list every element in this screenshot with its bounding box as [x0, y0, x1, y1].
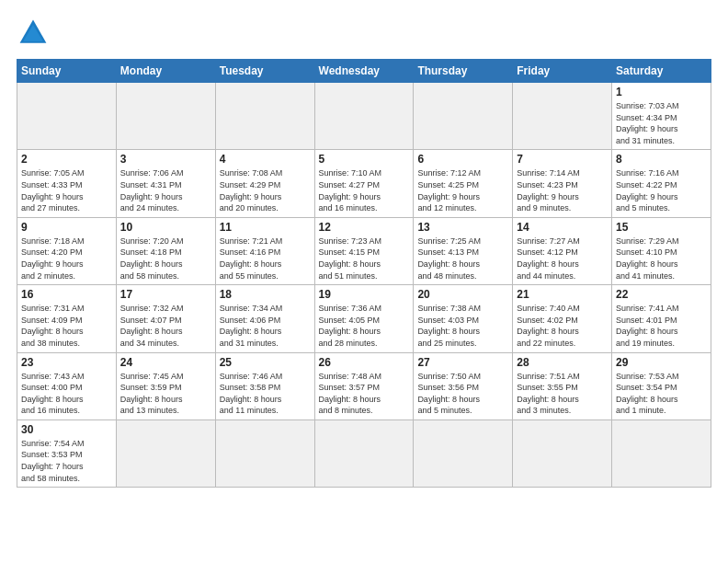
day-info: Sunrise: 7:51 AM Sunset: 3:55 PM Dayligh… [517, 371, 608, 417]
day-info: Sunrise: 7:31 AM Sunset: 4:09 PM Dayligh… [21, 303, 112, 349]
day-info: Sunrise: 7:36 AM Sunset: 4:05 PM Dayligh… [319, 303, 410, 349]
calendar-cell: 30Sunrise: 7:54 AM Sunset: 3:53 PM Dayli… [17, 419, 117, 487]
logo [17, 17, 53, 50]
day-number: 6 [417, 153, 508, 166]
logo-icon [17, 17, 50, 50]
day-number: 5 [319, 153, 410, 166]
day-number: 4 [220, 153, 311, 166]
day-info: Sunrise: 7:38 AM Sunset: 4:03 PM Dayligh… [417, 303, 508, 349]
calendar-cell: 27Sunrise: 7:50 AM Sunset: 3:56 PM Dayli… [414, 352, 513, 419]
calendar-cell: 8Sunrise: 7:16 AM Sunset: 4:22 PM Daylig… [612, 150, 711, 217]
day-info: Sunrise: 7:54 AM Sunset: 3:53 PM Dayligh… [21, 438, 112, 484]
day-info: Sunrise: 7:46 AM Sunset: 3:58 PM Dayligh… [220, 371, 311, 417]
day-number: 8 [616, 153, 707, 166]
calendar-cell: 6Sunrise: 7:12 AM Sunset: 4:25 PM Daylig… [414, 150, 513, 217]
header [17, 17, 711, 50]
calendar-cell: 13Sunrise: 7:25 AM Sunset: 4:13 PM Dayli… [414, 217, 513, 284]
day-number: 25 [220, 356, 311, 369]
calendar-cell: 3Sunrise: 7:06 AM Sunset: 4:31 PM Daylig… [116, 150, 215, 217]
day-number: 16 [21, 288, 112, 301]
day-info: Sunrise: 7:29 AM Sunset: 4:10 PM Dayligh… [616, 236, 707, 282]
day-info: Sunrise: 7:16 AM Sunset: 4:22 PM Dayligh… [616, 167, 707, 213]
calendar-header-row: SundayMondayTuesdayWednesdayThursdayFrid… [17, 60, 711, 83]
day-info: Sunrise: 7:18 AM Sunset: 4:20 PM Dayligh… [21, 236, 112, 282]
calendar-cell [612, 419, 711, 487]
day-info: Sunrise: 7:14 AM Sunset: 4:23 PM Dayligh… [517, 167, 608, 213]
day-info: Sunrise: 7:08 AM Sunset: 4:29 PM Dayligh… [220, 167, 311, 213]
day-info: Sunrise: 7:03 AM Sunset: 4:34 PM Dayligh… [616, 100, 707, 146]
calendar-cell [314, 419, 414, 487]
day-info: Sunrise: 7:23 AM Sunset: 4:15 PM Dayligh… [319, 236, 410, 282]
calendar-cell: 14Sunrise: 7:27 AM Sunset: 4:12 PM Dayli… [513, 217, 612, 284]
day-info: Sunrise: 7:41 AM Sunset: 4:01 PM Dayligh… [616, 303, 707, 349]
day-number: 3 [120, 153, 211, 166]
day-number: 20 [417, 288, 508, 301]
calendar-cell: 7Sunrise: 7:14 AM Sunset: 4:23 PM Daylig… [513, 150, 612, 217]
calendar-cell: 1Sunrise: 7:03 AM Sunset: 4:34 PM Daylig… [612, 83, 711, 150]
calendar-cell: 9Sunrise: 7:18 AM Sunset: 4:20 PM Daylig… [17, 217, 117, 284]
page: SundayMondayTuesdayWednesdayThursdayFrid… [0, 0, 728, 563]
day-number: 14 [517, 221, 608, 234]
day-info: Sunrise: 7:32 AM Sunset: 4:07 PM Dayligh… [120, 303, 211, 349]
day-info: Sunrise: 7:53 AM Sunset: 3:54 PM Dayligh… [616, 371, 707, 417]
day-number: 23 [21, 356, 112, 369]
calendar-cell: 5Sunrise: 7:10 AM Sunset: 4:27 PM Daylig… [314, 150, 414, 217]
day-number: 24 [120, 356, 211, 369]
column-header-friday: Friday [513, 60, 612, 83]
calendar-cell: 24Sunrise: 7:45 AM Sunset: 3:59 PM Dayli… [116, 352, 215, 419]
day-number: 10 [120, 221, 211, 234]
day-info: Sunrise: 7:06 AM Sunset: 4:31 PM Dayligh… [120, 167, 211, 213]
calendar-cell: 28Sunrise: 7:51 AM Sunset: 3:55 PM Dayli… [513, 352, 612, 419]
calendar-cell: 12Sunrise: 7:23 AM Sunset: 4:15 PM Dayli… [314, 217, 414, 284]
calendar-cell [215, 83, 314, 150]
calendar-cell: 19Sunrise: 7:36 AM Sunset: 4:05 PM Dayli… [314, 285, 414, 352]
day-info: Sunrise: 7:50 AM Sunset: 3:56 PM Dayligh… [417, 371, 508, 417]
day-number: 17 [120, 288, 211, 301]
calendar-cell: 23Sunrise: 7:43 AM Sunset: 4:00 PM Dayli… [17, 352, 117, 419]
day-number: 21 [517, 288, 608, 301]
day-info: Sunrise: 7:45 AM Sunset: 3:59 PM Dayligh… [120, 371, 211, 417]
day-number: 19 [319, 288, 410, 301]
day-number: 22 [616, 288, 707, 301]
calendar-cell: 2Sunrise: 7:05 AM Sunset: 4:33 PM Daylig… [17, 150, 117, 217]
day-number: 28 [517, 356, 608, 369]
column-header-tuesday: Tuesday [215, 60, 314, 83]
day-number: 11 [220, 221, 311, 234]
day-info: Sunrise: 7:20 AM Sunset: 4:18 PM Dayligh… [120, 236, 211, 282]
day-info: Sunrise: 7:27 AM Sunset: 4:12 PM Dayligh… [517, 236, 608, 282]
calendar-cell: 20Sunrise: 7:38 AM Sunset: 4:03 PM Dayli… [414, 285, 513, 352]
day-info: Sunrise: 7:43 AM Sunset: 4:00 PM Dayligh… [21, 371, 112, 417]
day-info: Sunrise: 7:34 AM Sunset: 4:06 PM Dayligh… [220, 303, 311, 349]
day-number: 18 [220, 288, 311, 301]
calendar-cell: 11Sunrise: 7:21 AM Sunset: 4:16 PM Dayli… [215, 217, 314, 284]
day-number: 12 [319, 221, 410, 234]
calendar-cell: 25Sunrise: 7:46 AM Sunset: 3:58 PM Dayli… [215, 352, 314, 419]
day-info: Sunrise: 7:48 AM Sunset: 3:57 PM Dayligh… [319, 371, 410, 417]
calendar-cell [17, 83, 117, 150]
calendar-cell: 26Sunrise: 7:48 AM Sunset: 3:57 PM Dayli… [314, 352, 414, 419]
day-number: 29 [616, 356, 707, 369]
day-info: Sunrise: 7:25 AM Sunset: 4:13 PM Dayligh… [417, 236, 508, 282]
calendar: SundayMondayTuesdayWednesdayThursdayFrid… [17, 59, 711, 488]
day-info: Sunrise: 7:12 AM Sunset: 4:25 PM Dayligh… [417, 167, 508, 213]
calendar-cell: 4Sunrise: 7:08 AM Sunset: 4:29 PM Daylig… [215, 150, 314, 217]
day-number: 1 [616, 86, 707, 98]
day-number: 15 [616, 221, 707, 234]
day-info: Sunrise: 7:05 AM Sunset: 4:33 PM Dayligh… [21, 167, 112, 213]
calendar-cell [513, 83, 612, 150]
column-header-thursday: Thursday [414, 60, 513, 83]
calendar-cell [414, 419, 513, 487]
column-header-wednesday: Wednesday [314, 60, 414, 83]
day-info: Sunrise: 7:40 AM Sunset: 4:02 PM Dayligh… [517, 303, 608, 349]
calendar-cell [215, 419, 314, 487]
day-number: 27 [417, 356, 508, 369]
calendar-cell: 18Sunrise: 7:34 AM Sunset: 4:06 PM Dayli… [215, 285, 314, 352]
calendar-cell [513, 419, 612, 487]
calendar-cell [314, 83, 414, 150]
calendar-cell: 29Sunrise: 7:53 AM Sunset: 3:54 PM Dayli… [612, 352, 711, 419]
calendar-cell [116, 419, 215, 487]
calendar-cell [414, 83, 513, 150]
calendar-cell: 22Sunrise: 7:41 AM Sunset: 4:01 PM Dayli… [612, 285, 711, 352]
calendar-cell: 10Sunrise: 7:20 AM Sunset: 4:18 PM Dayli… [116, 217, 215, 284]
day-number: 30 [21, 423, 112, 436]
